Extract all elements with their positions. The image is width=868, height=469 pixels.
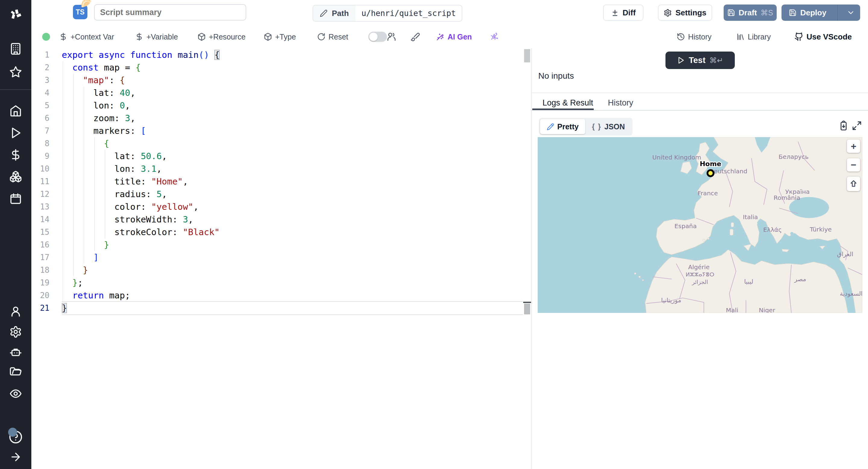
add-type-button[interactable]: +Type <box>264 26 296 48</box>
test-shortcut: ⌘↵ <box>710 56 723 65</box>
save-icon <box>727 9 735 17</box>
braces-icon: { } <box>592 122 601 131</box>
dollar-icon <box>59 33 67 41</box>
deploy-dropdown-button[interactable] <box>841 4 860 21</box>
code-line: markers: [ <box>62 124 523 137</box>
json-view-button[interactable]: { } JSON <box>585 119 631 134</box>
diff-button[interactable]: Diff <box>603 4 644 21</box>
help-button[interactable] <box>0 428 31 446</box>
no-inputs-text: No inputs <box>538 71 574 81</box>
map-marker-label: Home <box>700 160 721 167</box>
library-button[interactable]: Library <box>736 26 771 48</box>
history-button[interactable]: History <box>677 26 712 48</box>
add-resource-button[interactable]: +Resource <box>197 26 246 48</box>
status-dot <box>42 33 50 41</box>
test-button[interactable]: Test ⌘↵ <box>665 52 735 69</box>
map-label-saudi: السعودية <box>840 290 862 297</box>
map-zoom-in-button[interactable]: + <box>847 139 860 153</box>
pencil-icon <box>320 9 328 17</box>
tab-history[interactable]: History <box>608 96 633 110</box>
collapse-sidebar-button[interactable] <box>0 448 31 466</box>
expand-result-button[interactable] <box>852 121 862 131</box>
map-label-ellas: Ελλάς <box>763 226 782 233</box>
copy-result-button[interactable] <box>838 121 849 131</box>
sidebar-item-users[interactable] <box>0 302 31 320</box>
collaborators-button[interactable] <box>387 26 396 48</box>
path-value[interactable]: u/henri/quiet_script <box>355 5 462 21</box>
overview-ruler-cursor-mark <box>523 302 531 303</box>
assistant-toggle[interactable] <box>368 26 387 48</box>
reset-button[interactable]: Reset <box>317 26 348 48</box>
code-line: ] <box>62 251 523 264</box>
run-panel: Test ⌘↵ No inputs Logs & Result History … <box>532 48 868 469</box>
deploy-button-divider <box>837 4 838 21</box>
sidebar <box>0 0 31 469</box>
add-context-var-button[interactable]: +Context Var <box>59 26 114 48</box>
settings-button[interactable]: Settings <box>658 4 712 21</box>
editor-scrollbar-thumb[interactable] <box>524 49 530 62</box>
map-label-france: France <box>698 190 718 197</box>
sidebar-divider <box>0 89 31 90</box>
sidebar-item-variables[interactable] <box>0 146 31 164</box>
code-line: lat: 40, <box>62 87 523 99</box>
gutter: 123456789101112131415161718192021 <box>31 49 50 314</box>
package-icon <box>264 33 272 41</box>
code-line: lat: 50.6, <box>62 150 523 162</box>
sidebar-item-runs[interactable] <box>0 124 31 142</box>
code-line: { <box>62 137 523 150</box>
code-line: }; <box>62 276 523 289</box>
windmill-logo[interactable] <box>0 5 31 24</box>
sidebar-item-schedules[interactable] <box>0 190 31 208</box>
panel-divider-line <box>532 93 868 93</box>
map-label-algerie: Algérie <box>688 263 710 271</box>
overview-ruler-decoration <box>524 304 530 314</box>
add-variable-button[interactable]: +Variable <box>135 26 178 48</box>
map-marker[interactable] <box>707 170 713 176</box>
code-line: } <box>62 302 523 314</box>
sidebar-item-folders[interactable] <box>0 364 31 382</box>
chevron-down-icon <box>846 8 855 17</box>
sidebar-item-settings[interactable] <box>0 323 31 341</box>
ai-sparkle-button[interactable] <box>490 26 499 48</box>
map-fit-extent-button[interactable] <box>847 177 860 191</box>
indent-guide <box>94 137 95 251</box>
editor-toolbar: +Context Var +Variable +Resource +Type R… <box>31 26 868 49</box>
wand-sparkles-icon <box>436 33 444 41</box>
code-line: color: "yellow", <box>62 200 523 213</box>
header-bar: TS 🥟 Path u/henri/quiet_script Diff Sett… <box>31 0 868 26</box>
sidebar-item-home[interactable] <box>0 101 31 120</box>
draft-button[interactable]: Draft ⌘S <box>724 4 777 21</box>
maximize-icon <box>852 121 862 131</box>
path-label-section: Path <box>313 5 355 21</box>
pretty-view-button[interactable]: Pretty <box>540 119 585 134</box>
script-emoji: 🥟 <box>81 0 92 8</box>
code-line: export async function main() { <box>62 49 523 61</box>
map-label-egypt: مصر <box>794 276 806 283</box>
refresh-icon <box>317 33 326 41</box>
path-field[interactable]: Path u/henri/quiet_script <box>313 5 462 22</box>
gear-icon <box>664 9 672 17</box>
code-editor[interactable]: 123456789101112131415161718192021 export… <box>31 48 531 469</box>
result-view-switch: Pretty { } JSON <box>539 118 632 135</box>
tab-logs-result[interactable]: Logs & Result <box>542 96 593 110</box>
deploy-button[interactable]: Deploy <box>781 4 860 21</box>
sidebar-item-workers[interactable] <box>0 343 31 362</box>
map-label-iraq: العراق <box>837 250 853 258</box>
save-icon <box>789 9 797 17</box>
map-label-italia: Italia <box>743 213 758 221</box>
map-label-espana: España <box>675 222 697 230</box>
sidebar-item-resources[interactable] <box>0 167 31 186</box>
sidebar-item-workspace[interactable] <box>0 40 31 58</box>
pen-icon <box>547 123 554 130</box>
code-line: return map; <box>62 289 523 302</box>
format-button[interactable] <box>410 26 420 48</box>
help-notification-badge <box>8 428 17 437</box>
script-summary-input[interactable] <box>94 4 246 21</box>
map-result[interactable]: United Kingdom Беларусь Deutschland Fran… <box>538 137 862 313</box>
sidebar-item-audit-logs[interactable] <box>0 385 31 403</box>
code-line: } <box>62 239 523 251</box>
sidebar-item-favorites[interactable] <box>0 63 31 81</box>
use-vscode-button[interactable]: Use VScode <box>795 26 852 48</box>
map-zoom-out-button[interactable]: − <box>847 158 860 171</box>
ai-gen-button[interactable]: AI Gen <box>436 26 472 48</box>
